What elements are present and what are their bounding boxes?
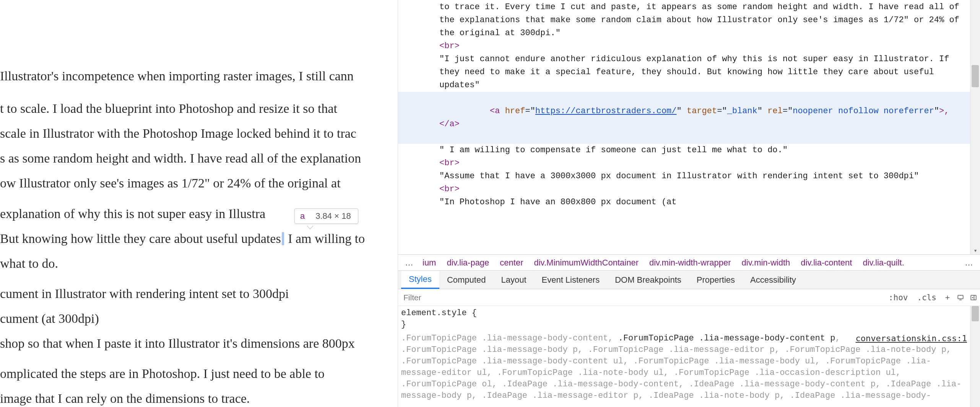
elements-scrollbar[interactable]: ▾ <box>970 0 980 254</box>
element-style-open: element.style { <box>401 308 967 319</box>
dom-br-node[interactable]: <br> <box>398 183 970 196</box>
styles-rules[interactable]: element.style { } conversationskin.css:1… <box>398 306 970 407</box>
paragraph-line: Illustrator's incompetence when importin… <box>0 65 394 87</box>
styles-scrollbar[interactable] <box>970 306 980 407</box>
tooltip-dimensions: 3.84 × 18 <box>315 211 351 221</box>
cls-toggle[interactable]: .cls <box>912 293 941 302</box>
dom-breadcrumbs: … ium div.lia-page center div.MinimumWid… <box>398 255 980 271</box>
paragraph-line: scale in Illustrator with the Photoshop … <box>0 122 394 144</box>
tab-properties[interactable]: Properties <box>689 271 743 289</box>
tab-dom-breakpoints[interactable]: DOM Breakpoints <box>607 271 689 289</box>
selected-anchor[interactable] <box>282 232 284 245</box>
dom-br-node[interactable]: <br> <box>398 157 970 170</box>
dom-text-node[interactable]: "Assume that I have a 3000x3000 px docum… <box>398 170 970 183</box>
paragraph-line: s as some random height and width. I hav… <box>0 147 394 169</box>
dom-text-node[interactable]: to trace it. Every time I cut and paste,… <box>398 1 970 40</box>
hov-toggle[interactable]: :hov <box>884 293 913 302</box>
device-toolbar-icon[interactable] <box>954 294 967 301</box>
selector-active: .ForumTopicPage .lia-message-body-conten… <box>618 334 835 343</box>
scrollbar-thumb[interactable] <box>972 65 979 87</box>
tab-event-listeners[interactable]: Event Listeners <box>534 271 608 289</box>
crumb-overflow-right[interactable]: … <box>961 258 977 268</box>
page-body: Illustrator's incompetence when importin… <box>0 0 394 407</box>
paragraph-line: omplicated the steps are in Photoshop. I… <box>0 363 394 384</box>
text-fragment: But knowing how little they care about u… <box>0 231 281 246</box>
tooltip-arrow <box>307 226 314 230</box>
tab-styles[interactable]: Styles <box>401 271 439 289</box>
paragraph-line: ow Illustrator only see's images as 1/72… <box>0 172 394 194</box>
paragraph-line: t to scale. I load the blueprint into Ph… <box>0 98 394 119</box>
crumb-item[interactable]: center <box>494 258 528 268</box>
crumb-item[interactable]: div.min-width <box>736 258 796 268</box>
scrollbar-thumb[interactable] <box>972 306 979 321</box>
selector-inactive: .ForumTopicPage .lia-message-body-conten… <box>401 334 618 343</box>
dom-br-node[interactable]: <br> <box>398 40 970 53</box>
paragraph-line: cument (at 300dpi) <box>0 308 394 329</box>
new-style-rule-icon[interactable] <box>941 294 954 301</box>
svg-rect-2 <box>958 295 963 299</box>
dom-text-node[interactable]: "In Photoshop I have an 800x800 px docum… <box>398 196 970 209</box>
paragraph-line: image that I can rely on the dimensions … <box>0 387 394 407</box>
text-fragment: explanation of why this is not super eas… <box>0 207 265 221</box>
tab-layout[interactable]: Layout <box>493 271 534 289</box>
styles-body: element.style { } conversationskin.css:1… <box>398 306 980 407</box>
paragraph-line: what to do. <box>0 252 394 274</box>
elements-panel: to trace it. Every time I cut and paste,… <box>398 0 980 255</box>
devtools-panel: to trace it. Every time I cut and paste,… <box>398 0 980 407</box>
crumb-item[interactable]: div.lia-page <box>441 258 494 268</box>
styles-tabbar: Styles Computed Layout Event Listeners D… <box>398 271 980 289</box>
paragraph-line: shop so that when I paste it into Illust… <box>0 332 394 354</box>
crumb-item[interactable]: div.lia-content <box>795 258 857 268</box>
element-hover-tooltip: a 3.84 × 18 <box>294 208 358 224</box>
crumb-item[interactable]: div.min-width-wrapper <box>644 258 736 268</box>
paragraph-line: But knowing how little they care about u… <box>0 228 394 249</box>
svg-rect-4 <box>971 295 976 300</box>
styles-toolbar: :hov .cls <box>398 289 980 306</box>
dom-tree[interactable]: to trace it. Every time I cut and paste,… <box>398 0 970 254</box>
text-fragment: I am willing to <box>285 231 365 246</box>
rendered-page[interactable]: Illustrator's incompetence when importin… <box>0 0 398 407</box>
toggle-sidebar-icon[interactable] <box>967 294 980 301</box>
tooltip-tag: a <box>300 211 305 221</box>
tab-computed[interactable]: Computed <box>439 271 494 289</box>
dom-text-node[interactable]: " I am willing to compensate if someone … <box>398 144 970 157</box>
crumb-item[interactable]: ium <box>417 258 441 268</box>
styles-filter-input[interactable] <box>398 289 884 306</box>
tab-accessibility[interactable]: Accessibility <box>743 271 804 289</box>
dom-anchor-node-selected[interactable]: <a href="https://cartbrostraders.com/" t… <box>398 92 970 144</box>
crumb-item[interactable]: div.MinimumWidthContainer <box>529 258 644 268</box>
paragraph-line: cument in Illustrator with rendering int… <box>0 283 394 304</box>
crumb-overflow-left[interactable]: … <box>401 258 417 268</box>
dom-text-node[interactable]: "I just cannot endure another ridiculous… <box>398 53 970 92</box>
stylesheet-source-link[interactable]: conversationskin.css:1 <box>856 333 967 344</box>
element-style-close: } <box>401 319 967 330</box>
crumb-item[interactable]: div.lia-quilt. <box>857 258 909 268</box>
scroll-down-icon[interactable]: ▾ <box>970 247 980 254</box>
style-rule[interactable]: conversationskin.css:1 .ForumTopicPage .… <box>401 333 967 402</box>
